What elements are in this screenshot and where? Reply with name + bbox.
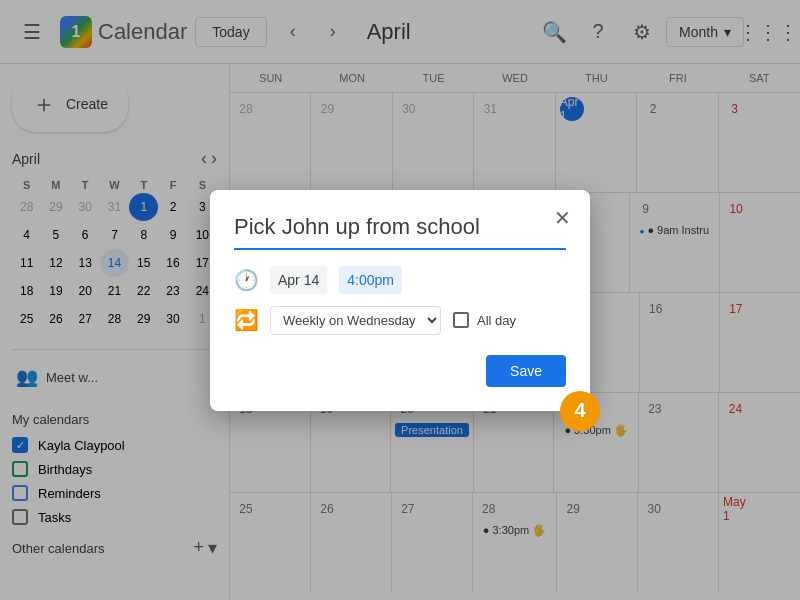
- dialog-close-button[interactable]: ✕: [546, 202, 578, 234]
- step-badge: 4: [560, 391, 600, 431]
- event-dialog: ✕ Pick John up from school 🕐 Apr 14 4:00…: [210, 190, 590, 411]
- recurrence-row: 🔁 Weekly on Wednesday All day: [234, 306, 566, 335]
- recurrence-icon: 🔁: [234, 308, 258, 332]
- clock-icon: 🕐: [234, 268, 258, 292]
- event-title[interactable]: Pick John up from school: [234, 214, 566, 250]
- save-button[interactable]: Save: [486, 355, 566, 387]
- allday-check: All day: [453, 312, 516, 328]
- datetime-row: 🕐 Apr 14 4:00pm: [234, 266, 566, 294]
- allday-label: All day: [477, 313, 516, 328]
- overlay: ✕ Pick John up from school 🕐 Apr 14 4:00…: [0, 0, 800, 600]
- time-field[interactable]: 4:00pm: [339, 266, 402, 294]
- date-field[interactable]: Apr 14: [270, 266, 327, 294]
- allday-checkbox[interactable]: [453, 312, 469, 328]
- recurrence-select[interactable]: Weekly on Wednesday: [270, 306, 441, 335]
- dialog-footer: Save: [234, 355, 566, 387]
- dialog-wrapper: ✕ Pick John up from school 🕐 Apr 14 4:00…: [210, 190, 590, 411]
